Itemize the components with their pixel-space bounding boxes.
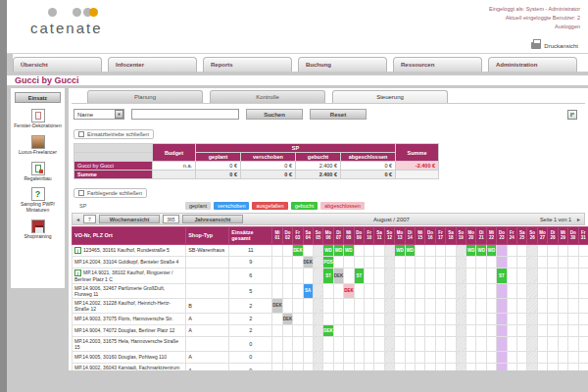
sidebar-header-einsatz[interactable]: Einsatz bbox=[15, 92, 61, 103]
calendar-day-cell bbox=[527, 298, 537, 313]
calendar-day-cell bbox=[395, 363, 405, 370]
calendar-day-cell bbox=[435, 268, 445, 283]
toggle-farblegende[interactable]: Farblegende schließen bbox=[74, 188, 147, 198]
day-header-19: So19 bbox=[456, 227, 466, 245]
calendar-day-cell bbox=[293, 324, 303, 336]
calendar-day-cell bbox=[446, 244, 456, 256]
budget-summe-value bbox=[396, 171, 439, 179]
search-button[interactable]: Suchen bbox=[246, 109, 303, 120]
sidebar-item-luxus-freelancer[interactable]: Luxus-Freelancer bbox=[11, 135, 65, 156]
activity-cell[interactable]: DEK bbox=[293, 244, 303, 256]
calendar-day-cell bbox=[507, 268, 516, 283]
calendar-day-cell bbox=[303, 363, 313, 370]
activity-cell[interactable]: DEK bbox=[344, 283, 354, 298]
activity-cell[interactable]: ST bbox=[354, 268, 364, 283]
activity-cell[interactable]: ST bbox=[497, 268, 507, 283]
activity-cell[interactable]: WD bbox=[466, 244, 476, 256]
activity-cell[interactable]: ST bbox=[323, 268, 333, 283]
week-view-button[interactable]: Wochenansicht bbox=[99, 215, 160, 223]
calendar-day-cell bbox=[405, 351, 415, 363]
week-number-box[interactable]: 7 bbox=[83, 215, 96, 223]
subtab-planung[interactable]: Planung bbox=[87, 90, 203, 103]
calendar-day-cell bbox=[548, 283, 558, 298]
activity-cell[interactable]: WD bbox=[323, 244, 333, 256]
logout-link[interactable]: Ausloggen bbox=[555, 24, 580, 29]
search-bar: Name ▼ Suchen Reset bbox=[74, 108, 583, 121]
prev-period-icon[interactable]: ◄ bbox=[75, 217, 80, 222]
year-number-box[interactable]: 365 bbox=[163, 215, 179, 223]
year-view-button[interactable]: Jahresansicht bbox=[182, 215, 243, 223]
chevron-down-icon[interactable]: ▼ bbox=[115, 110, 123, 119]
budget-value: 2.400 € bbox=[296, 171, 341, 179]
subtab-steuerung[interactable]: Steuerung bbox=[332, 90, 448, 103]
nav-tab-buchung[interactable]: Buchung bbox=[298, 57, 387, 72]
calendar-day-cell bbox=[374, 324, 384, 336]
info-icon[interactable]: i bbox=[74, 247, 81, 254]
day-header-09: Do09 bbox=[354, 227, 364, 245]
calendar-day-cell bbox=[507, 298, 516, 313]
sidebar-item-fenster-dekorationen[interactable]: Fenster-Dekorationen bbox=[11, 109, 65, 129]
calendar-day-cell bbox=[344, 336, 354, 351]
subtabs: PlanungKontrolleSteuerung bbox=[72, 88, 585, 104]
info-icon[interactable]: i bbox=[74, 270, 81, 276]
sidebar-item-regaleinbau[interactable]: Regaleinbau bbox=[11, 162, 65, 182]
shop-row-total: 0 bbox=[229, 363, 272, 370]
calendar-day-cell bbox=[272, 244, 282, 256]
calendar-day-cell bbox=[568, 256, 578, 268]
activity-cell[interactable]: SA bbox=[303, 283, 313, 298]
calendar-day-cell bbox=[425, 313, 435, 324]
activity-cell[interactable]: WD bbox=[405, 244, 415, 256]
calendar-day-cell bbox=[313, 324, 322, 336]
sidebar-item-sampling-pwp-miniaturen[interactable]: Sampling PWP/ Miniaturen bbox=[11, 187, 65, 214]
legend-chip-verschoben: verschoben bbox=[214, 202, 249, 210]
calendar-day-cell bbox=[537, 283, 547, 298]
sidebar-item-shoptraining[interactable]: Shoptraining bbox=[11, 220, 65, 240]
activity-cell[interactable]: DEK bbox=[323, 324, 333, 336]
calendar-day-cell bbox=[446, 336, 456, 351]
budget-summe-value: -2.400 € bbox=[396, 162, 439, 171]
toggle-einsatzbetriebe[interactable]: Einsatzbetriebe schließen bbox=[74, 129, 154, 139]
calendar-day-cell bbox=[374, 268, 384, 283]
day-header-01: Mi01 bbox=[272, 227, 282, 245]
activity-cell[interactable]: WD bbox=[476, 244, 486, 256]
activity-cell[interactable]: DEK bbox=[303, 256, 313, 268]
activity-cell[interactable]: WD bbox=[344, 244, 354, 256]
activity-cell[interactable]: DEK bbox=[272, 298, 282, 313]
day-header-04: Sa04 bbox=[303, 227, 313, 245]
activity-cell[interactable]: POS bbox=[323, 256, 333, 268]
calendar-day-cell bbox=[374, 336, 384, 351]
calendar-day-cell bbox=[344, 313, 354, 324]
calendar-day-cell bbox=[476, 283, 486, 298]
calendar-day-cell bbox=[548, 313, 558, 324]
calendar-day-cell bbox=[507, 283, 516, 298]
search-input[interactable] bbox=[131, 109, 239, 120]
nav-tab-ressourcen[interactable]: Ressourcen bbox=[393, 57, 482, 72]
activity-cell[interactable]: DEK bbox=[282, 313, 292, 324]
activity-cell[interactable]: WD bbox=[395, 244, 405, 256]
calendar-day-cell bbox=[517, 298, 527, 313]
calendar-day-cell bbox=[272, 283, 282, 298]
activity-cell[interactable]: DEK bbox=[333, 268, 343, 283]
reset-button[interactable]: Reset bbox=[310, 109, 367, 120]
day-header-05: So05 bbox=[313, 227, 322, 245]
subtab-kontrolle[interactable]: Kontrolle bbox=[210, 90, 325, 103]
shop-row-name: MP.14.2003, 31675 Hela, Hannoversche Str… bbox=[73, 336, 186, 351]
nav-tab-administration[interactable]: Administration bbox=[488, 57, 577, 72]
print-view-button[interactable]: Druckansicht bbox=[531, 42, 578, 49]
calendar-day-cell bbox=[517, 324, 527, 336]
export-icon[interactable] bbox=[567, 110, 577, 120]
calendar-day-cell bbox=[568, 283, 578, 298]
activity-cell[interactable]: WD bbox=[333, 244, 343, 256]
calendar-day-cell bbox=[486, 298, 496, 313]
nav-tab-infocenter[interactable]: Infocenter bbox=[108, 57, 197, 72]
search-field-select[interactable]: Name ▼ bbox=[74, 109, 124, 120]
next-period-icon[interactable]: ► bbox=[576, 217, 581, 222]
calendar-day-cell bbox=[323, 336, 333, 351]
nav-tab-reports[interactable]: Reports bbox=[203, 57, 292, 72]
activity-cell[interactable]: WD bbox=[486, 244, 496, 256]
calendar-day-cell bbox=[333, 363, 343, 370]
calendar-day-cell bbox=[548, 268, 558, 283]
calendar-day-cell bbox=[364, 283, 373, 298]
nav-tab-übersicht[interactable]: Übersicht bbox=[13, 57, 102, 72]
shop-row-name: iMP.14.9021, 38102 Kaufhof, Ringcenter /… bbox=[73, 268, 186, 283]
